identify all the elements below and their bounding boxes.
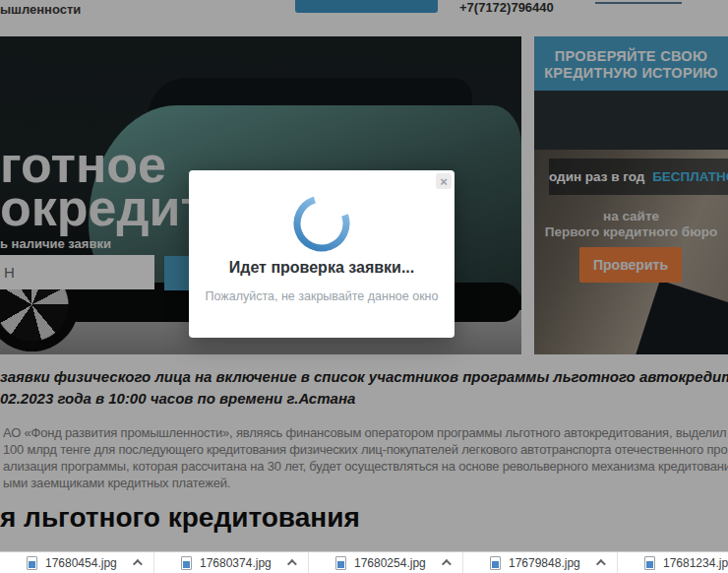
image-file-icon xyxy=(335,556,346,570)
close-icon[interactable]: × xyxy=(436,173,452,189)
chevron-up-icon[interactable] xyxy=(596,559,606,569)
loading-spinner-icon xyxy=(290,192,353,255)
download-filename: 17680454.jpg xyxy=(45,556,117,570)
checking-application-modal: × Идет проверка заявки... Пожалуйста, не… xyxy=(189,170,455,338)
download-filename: 17680374.jpg xyxy=(200,556,272,570)
download-filename: 17679848.jpg xyxy=(509,556,580,570)
modal-subtitle: Пожалуйста, не закрывайте данное окно xyxy=(189,289,455,303)
image-file-icon xyxy=(490,556,501,570)
downloads-bar: 17680454.jpg 17680374.jpg 17680254.jpg 1… xyxy=(0,551,728,573)
download-item[interactable]: 17681234.jpg xyxy=(618,552,728,573)
chevron-up-icon[interactable] xyxy=(133,559,143,569)
image-file-icon xyxy=(644,556,655,570)
download-filename: 17680254.jpg xyxy=(354,556,426,570)
download-item[interactable]: 17680254.jpg xyxy=(309,552,463,573)
modal-title: Идет проверка заявки... xyxy=(189,259,455,277)
download-item[interactable]: 17680454.jpg xyxy=(0,552,154,573)
chevron-up-icon[interactable] xyxy=(287,559,297,569)
image-file-icon xyxy=(27,556,37,570)
page: ышленности +7(7172)796440 готное окредит… xyxy=(0,0,728,573)
download-item[interactable]: 17679848.jpg xyxy=(463,552,618,573)
download-item[interactable]: 17680374.jpg xyxy=(154,552,309,573)
download-filename: 17681234.jpg xyxy=(663,556,728,570)
image-file-icon xyxy=(181,556,192,570)
chevron-up-icon[interactable] xyxy=(442,559,452,569)
